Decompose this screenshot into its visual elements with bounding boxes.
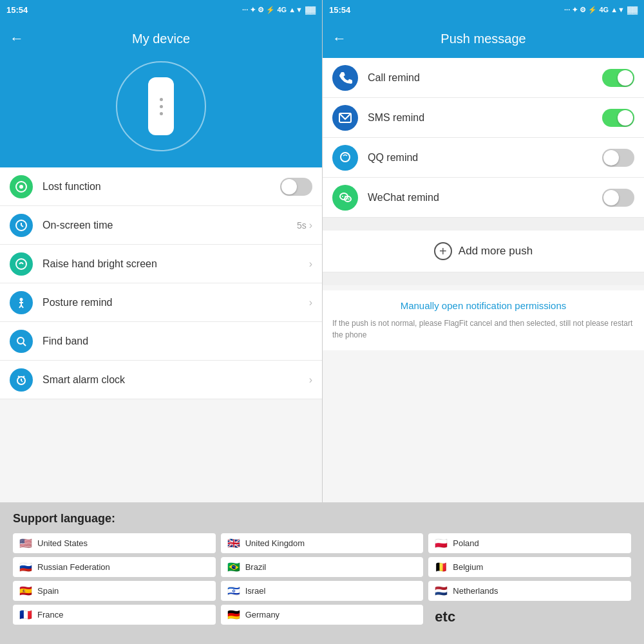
onscreen-icon bbox=[10, 214, 33, 237]
wechat-toggle[interactable] bbox=[602, 189, 634, 207]
left-time: 15:54 bbox=[6, 5, 28, 15]
lost-icon bbox=[10, 175, 33, 198]
lang-pl[interactable]: 🇵🇱 Poland bbox=[428, 533, 631, 553]
section-gap-1 bbox=[323, 218, 644, 231]
raise-chevron: › bbox=[309, 258, 312, 270]
left-screen: 15:54 ··· ✦ ⚙ ⚡ 4G ▲▼ ▓▓ ← My device bbox=[0, 0, 322, 502]
support-title: Support language: bbox=[13, 512, 631, 526]
notification-section: Manually open notification permissions I… bbox=[323, 290, 644, 350]
lang-nl[interactable]: 🇳🇱 Netherlands bbox=[428, 581, 631, 601]
call-toggle[interactable] bbox=[602, 69, 634, 87]
add-more-icon: + bbox=[434, 242, 452, 260]
sms-toggle[interactable] bbox=[602, 109, 634, 127]
left-header: ← My device bbox=[0, 19, 322, 58]
raise-icon bbox=[10, 252, 33, 276]
band-dot-1 bbox=[160, 98, 163, 101]
right-title: Push message bbox=[440, 32, 526, 46]
section-gap-2 bbox=[323, 272, 644, 285]
lang-br[interactable]: 🇧🇷 Brazil bbox=[221, 557, 424, 577]
svg-point-11 bbox=[17, 337, 24, 344]
lang-fr[interactable]: 🇫🇷 France bbox=[13, 605, 216, 625]
left-status-icons: ··· ✦ ⚙ ⚡ 4G ▲▼ ▓▓ bbox=[242, 6, 316, 14]
svg-line-12 bbox=[23, 343, 26, 346]
svg-point-25 bbox=[346, 198, 348, 200]
right-time: 15:54 bbox=[329, 5, 350, 15]
left-status-bar: 15:54 ··· ✦ ⚙ ⚡ 4G ▲▼ ▓▓ bbox=[0, 0, 322, 19]
band-dot-2 bbox=[160, 105, 163, 108]
etc-label: etc bbox=[428, 605, 631, 629]
notification-link[interactable]: Manually open notification permissions bbox=[332, 300, 634, 311]
push-item-call: Call remind bbox=[323, 58, 644, 98]
onscreen-label: On-screen time bbox=[43, 220, 297, 231]
raise-label: Raise hand bright screen bbox=[43, 258, 309, 270]
lost-label: Lost function bbox=[43, 181, 280, 193]
lang-be[interactable]: 🇧🇪 Belgium bbox=[428, 557, 631, 577]
posture-label: Posture remind bbox=[43, 297, 309, 308]
menu-item-onscreen[interactable]: On-screen time 5s › bbox=[0, 206, 322, 245]
menu-item-alarm[interactable]: Smart alarm clock › bbox=[0, 361, 322, 399]
svg-point-6 bbox=[20, 298, 23, 301]
call-icon bbox=[332, 65, 358, 91]
language-grid: 🇺🇸 United States 🇷🇺 Russian Federation 🇪… bbox=[13, 533, 631, 629]
lang-ru[interactable]: 🇷🇺 Russian Federation bbox=[13, 557, 216, 577]
menu-item-lost[interactable]: Lost function bbox=[0, 167, 322, 206]
svg-point-1 bbox=[19, 185, 23, 189]
svg-line-4 bbox=[21, 225, 23, 227]
menu-item-raise[interactable]: Raise hand bright screen › bbox=[0, 245, 322, 283]
notification-desc: If the push is not normal, please FlagFi… bbox=[332, 317, 634, 341]
push-list: Call remind SMS remind bbox=[323, 58, 644, 218]
qq-toggle[interactable] bbox=[602, 149, 634, 167]
lang-col-2: 🇬🇧 United Kingdom 🇧🇷 Brazil 🇮🇱 Israel 🇩🇪… bbox=[221, 533, 424, 629]
right-screen: 15:54 ··· ✦ ⚙ ⚡ 4G ▲▼ ▓▓ ← Push message … bbox=[322, 0, 644, 502]
right-status-icons: ··· ✦ ⚙ ⚡ 4G ▲▼ ▓▓ bbox=[564, 6, 638, 14]
lang-il[interactable]: 🇮🇱 Israel bbox=[221, 581, 424, 601]
menu-list: Lost function On-screen time 5s › bbox=[0, 167, 322, 502]
alarm-label: Smart alarm clock bbox=[43, 374, 309, 386]
findband-label: Find band bbox=[43, 336, 312, 347]
lost-toggle[interactable] bbox=[280, 178, 312, 196]
lang-col-3: 🇵🇱 Poland 🇧🇪 Belgium 🇳🇱 Netherlands etc bbox=[428, 533, 631, 629]
alarm-chevron: › bbox=[309, 374, 312, 386]
device-band-image bbox=[148, 77, 174, 135]
lang-us[interactable]: 🇺🇸 United States bbox=[13, 533, 216, 553]
svg-line-15 bbox=[21, 381, 23, 382]
device-display bbox=[0, 58, 322, 167]
lang-uk[interactable]: 🇬🇧 United Kingdom bbox=[221, 533, 424, 553]
lang-es[interactable]: 🇪🇸 Spain bbox=[13, 581, 216, 601]
menu-item-posture[interactable]: Posture remind › bbox=[0, 283, 322, 322]
right-header: ← Push message bbox=[323, 19, 644, 58]
add-more-label: Add more push bbox=[459, 245, 533, 258]
posture-icon bbox=[10, 291, 33, 314]
qq-label: QQ remind bbox=[368, 152, 602, 164]
wechat-icon bbox=[332, 185, 358, 211]
push-item-qq: QQ remind bbox=[323, 138, 644, 178]
svg-point-5 bbox=[16, 259, 26, 269]
lang-de[interactable]: 🇩🇪 Germany bbox=[221, 605, 424, 625]
left-title: My device bbox=[132, 32, 190, 46]
qq-icon bbox=[332, 145, 358, 171]
add-more-push-button[interactable]: + Add more push bbox=[323, 231, 644, 272]
sms-label: SMS remind bbox=[368, 112, 602, 124]
alarm-icon bbox=[10, 368, 33, 392]
svg-point-23 bbox=[342, 196, 343, 197]
right-back-button[interactable]: ← bbox=[332, 30, 346, 47]
push-item-wechat: WeChat remind bbox=[323, 178, 644, 218]
svg-point-26 bbox=[348, 198, 350, 200]
left-back-button[interactable]: ← bbox=[10, 30, 24, 47]
onscreen-value: 5s › bbox=[297, 220, 312, 231]
band-dot-3 bbox=[160, 112, 163, 115]
bottom-section: Support language: 🇺🇸 United States 🇷🇺 Ru… bbox=[0, 502, 644, 644]
svg-point-19 bbox=[341, 153, 350, 162]
call-label: Call remind bbox=[368, 72, 602, 84]
wechat-label: WeChat remind bbox=[368, 192, 602, 204]
svg-line-10 bbox=[21, 305, 23, 308]
sms-icon bbox=[332, 105, 358, 131]
svg-point-24 bbox=[345, 196, 346, 197]
posture-chevron: › bbox=[309, 297, 312, 308]
findband-icon bbox=[10, 330, 33, 353]
lang-col-1: 🇺🇸 United States 🇷🇺 Russian Federation 🇪… bbox=[13, 533, 216, 629]
menu-item-findband[interactable]: Find band bbox=[0, 322, 322, 361]
device-circle bbox=[116, 61, 206, 151]
onscreen-chevron: › bbox=[309, 220, 312, 231]
push-item-sms: SMS remind bbox=[323, 98, 644, 138]
